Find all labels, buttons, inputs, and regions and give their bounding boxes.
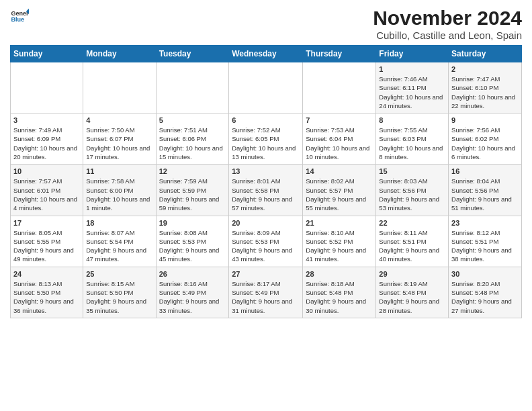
day-number: 30 [451, 270, 519, 278]
day-number: 20 [232, 219, 300, 227]
calendar-cell: 27Sunrise: 8:17 AM Sunset: 5:49 PM Dayli… [229, 267, 303, 318]
calendar-cell [83, 62, 156, 113]
calendar-cell: 29Sunrise: 8:19 AM Sunset: 5:48 PM Dayli… [376, 267, 449, 318]
logo: General Blue [10, 7, 32, 26]
calendar-cell: 11Sunrise: 7:58 AM Sunset: 6:00 PM Dayli… [83, 165, 156, 216]
day-info: Sunrise: 8:08 AM Sunset: 5:53 PM Dayligh… [159, 228, 226, 264]
calendar-cell: 20Sunrise: 8:09 AM Sunset: 5:53 PM Dayli… [229, 216, 303, 267]
day-number: 25 [86, 270, 152, 278]
day-number: 19 [159, 219, 226, 227]
day-number: 8 [379, 116, 445, 124]
day-info: Sunrise: 7:51 AM Sunset: 6:06 PM Dayligh… [159, 126, 226, 161]
calendar-week-row: 1Sunrise: 7:46 AM Sunset: 6:11 PM Daylig… [11, 62, 522, 113]
calendar-cell: 30Sunrise: 8:20 AM Sunset: 5:48 PM Dayli… [449, 267, 522, 318]
calendar-cell: 10Sunrise: 7:57 AM Sunset: 6:01 PM Dayli… [11, 165, 83, 216]
day-info: Sunrise: 8:02 AM Sunset: 5:57 PM Dayligh… [306, 177, 373, 212]
location-title: Cubillo, Castille and Leon, Spain [373, 30, 522, 41]
day-info: Sunrise: 8:01 AM Sunset: 5:58 PM Dayligh… [232, 177, 300, 212]
calendar-cell: 19Sunrise: 8:08 AM Sunset: 5:53 PM Dayli… [156, 216, 229, 267]
day-number: 7 [306, 116, 373, 124]
day-number: 6 [232, 116, 300, 124]
day-number: 5 [159, 116, 226, 124]
calendar-week-row: 17Sunrise: 8:05 AM Sunset: 5:55 PM Dayli… [11, 216, 522, 267]
day-number: 16 [451, 167, 519, 175]
day-number: 18 [86, 219, 152, 227]
calendar-cell: 21Sunrise: 8:10 AM Sunset: 5:52 PM Dayli… [303, 216, 376, 267]
svg-text:General: General [11, 10, 29, 17]
calendar-table: SundayMondayTuesdayWednesdayThursdayFrid… [10, 45, 522, 318]
calendar-cell: 3Sunrise: 7:49 AM Sunset: 6:09 PM Daylig… [11, 113, 83, 165]
day-number: 22 [379, 219, 445, 227]
weekday-header-monday: Monday [83, 46, 156, 62]
calendar-cell: 24Sunrise: 8:13 AM Sunset: 5:50 PM Dayli… [11, 267, 83, 318]
day-info: Sunrise: 7:55 AM Sunset: 6:03 PM Dayligh… [379, 126, 445, 161]
calendar-cell: 5Sunrise: 7:51 AM Sunset: 6:06 PM Daylig… [156, 113, 229, 165]
day-number: 13 [232, 167, 300, 175]
calendar-cell: 2Sunrise: 7:47 AM Sunset: 6:10 PM Daylig… [449, 62, 522, 113]
day-number: 1 [379, 65, 445, 73]
day-number: 29 [379, 270, 445, 278]
day-info: Sunrise: 8:07 AM Sunset: 5:54 PM Dayligh… [86, 228, 152, 264]
day-number: 27 [232, 270, 300, 278]
day-info: Sunrise: 8:10 AM Sunset: 5:52 PM Dayligh… [306, 228, 373, 264]
calendar-cell: 6Sunrise: 7:52 AM Sunset: 6:05 PM Daylig… [229, 113, 303, 165]
weekday-header-row: SundayMondayTuesdayWednesdayThursdayFrid… [11, 46, 522, 62]
calendar-cell [303, 62, 376, 113]
day-number: 21 [306, 219, 373, 227]
calendar-cell: 22Sunrise: 8:11 AM Sunset: 5:51 PM Dayli… [376, 216, 449, 267]
title-area: November 2024 Cubillo, Castille and Leon… [373, 7, 522, 41]
month-title: November 2024 [373, 7, 522, 30]
day-info: Sunrise: 8:04 AM Sunset: 5:56 PM Dayligh… [451, 177, 519, 212]
day-number: 28 [306, 270, 373, 278]
day-number: 9 [451, 116, 519, 124]
day-number: 11 [86, 167, 152, 175]
day-info: Sunrise: 8:16 AM Sunset: 5:49 PM Dayligh… [159, 279, 226, 315]
day-info: Sunrise: 8:12 AM Sunset: 5:51 PM Dayligh… [451, 228, 519, 264]
day-number: 4 [86, 116, 152, 124]
day-info: Sunrise: 7:52 AM Sunset: 6:05 PM Dayligh… [232, 126, 300, 161]
day-info: Sunrise: 7:53 AM Sunset: 6:04 PM Dayligh… [306, 126, 373, 161]
day-number: 24 [13, 270, 80, 278]
calendar-cell: 9Sunrise: 7:56 AM Sunset: 6:02 PM Daylig… [449, 113, 522, 165]
weekday-header-friday: Friday [376, 46, 449, 62]
day-info: Sunrise: 7:58 AM Sunset: 6:00 PM Dayligh… [86, 177, 152, 212]
calendar-cell [11, 62, 83, 113]
day-number: 15 [379, 167, 445, 175]
day-info: Sunrise: 7:47 AM Sunset: 6:10 PM Dayligh… [451, 75, 519, 110]
calendar-cell: 7Sunrise: 7:53 AM Sunset: 6:04 PM Daylig… [303, 113, 376, 165]
calendar-cell: 14Sunrise: 8:02 AM Sunset: 5:57 PM Dayli… [303, 165, 376, 216]
day-info: Sunrise: 7:57 AM Sunset: 6:01 PM Dayligh… [13, 177, 80, 212]
day-info: Sunrise: 8:19 AM Sunset: 5:48 PM Dayligh… [379, 279, 445, 315]
calendar-cell: 25Sunrise: 8:15 AM Sunset: 5:50 PM Dayli… [83, 267, 156, 318]
page-header: General Blue November 2024 Cubillo, Cast… [10, 7, 522, 41]
calendar-cell: 17Sunrise: 8:05 AM Sunset: 5:55 PM Dayli… [11, 216, 83, 267]
calendar-cell: 1Sunrise: 7:46 AM Sunset: 6:11 PM Daylig… [376, 62, 449, 113]
calendar-cell: 23Sunrise: 8:12 AM Sunset: 5:51 PM Dayli… [449, 216, 522, 267]
day-info: Sunrise: 7:46 AM Sunset: 6:11 PM Dayligh… [379, 75, 445, 110]
day-info: Sunrise: 8:11 AM Sunset: 5:51 PM Dayligh… [379, 228, 445, 264]
calendar-cell: 15Sunrise: 8:03 AM Sunset: 5:56 PM Dayli… [376, 165, 449, 216]
calendar-cell: 26Sunrise: 8:16 AM Sunset: 5:49 PM Dayli… [156, 267, 229, 318]
calendar-cell: 18Sunrise: 8:07 AM Sunset: 5:54 PM Dayli… [83, 216, 156, 267]
day-info: Sunrise: 8:03 AM Sunset: 5:56 PM Dayligh… [379, 177, 445, 212]
calendar-week-row: 24Sunrise: 8:13 AM Sunset: 5:50 PM Dayli… [11, 267, 522, 318]
weekday-header-sunday: Sunday [11, 46, 83, 62]
day-info: Sunrise: 8:15 AM Sunset: 5:50 PM Dayligh… [86, 279, 152, 315]
weekday-header-tuesday: Tuesday [156, 46, 229, 62]
day-number: 3 [13, 116, 80, 124]
day-number: 12 [159, 167, 226, 175]
day-number: 23 [451, 219, 519, 227]
calendar-cell: 4Sunrise: 7:50 AM Sunset: 6:07 PM Daylig… [83, 113, 156, 165]
day-info: Sunrise: 7:56 AM Sunset: 6:02 PM Dayligh… [451, 126, 519, 161]
calendar-cell [229, 62, 303, 113]
day-number: 2 [451, 65, 519, 73]
weekday-header-thursday: Thursday [303, 46, 376, 62]
day-info: Sunrise: 7:50 AM Sunset: 6:07 PM Dayligh… [86, 126, 152, 161]
day-info: Sunrise: 8:05 AM Sunset: 5:55 PM Dayligh… [13, 228, 80, 264]
logo-icon: General Blue [10, 7, 29, 26]
day-info: Sunrise: 8:17 AM Sunset: 5:49 PM Dayligh… [232, 279, 300, 315]
day-info: Sunrise: 8:18 AM Sunset: 5:48 PM Dayligh… [306, 279, 373, 315]
day-info: Sunrise: 7:49 AM Sunset: 6:09 PM Dayligh… [13, 126, 80, 161]
day-number: 14 [306, 167, 373, 175]
day-info: Sunrise: 8:09 AM Sunset: 5:53 PM Dayligh… [232, 228, 300, 264]
